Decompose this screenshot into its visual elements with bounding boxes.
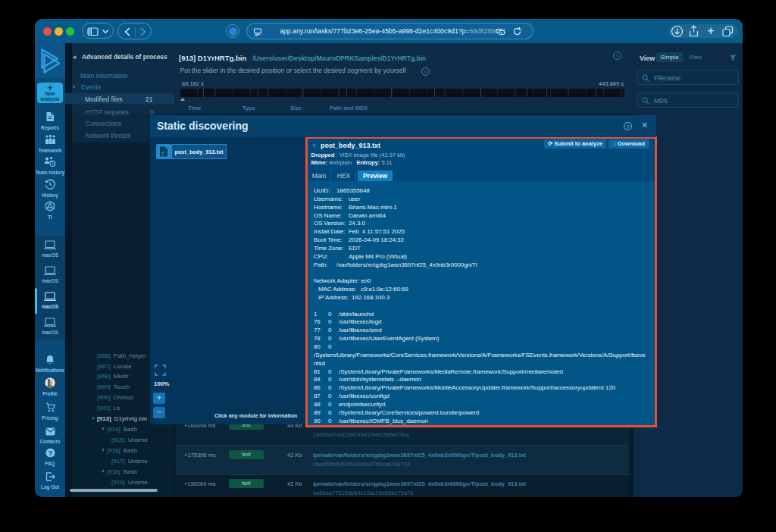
svg-text:?: ? — [48, 449, 52, 457]
